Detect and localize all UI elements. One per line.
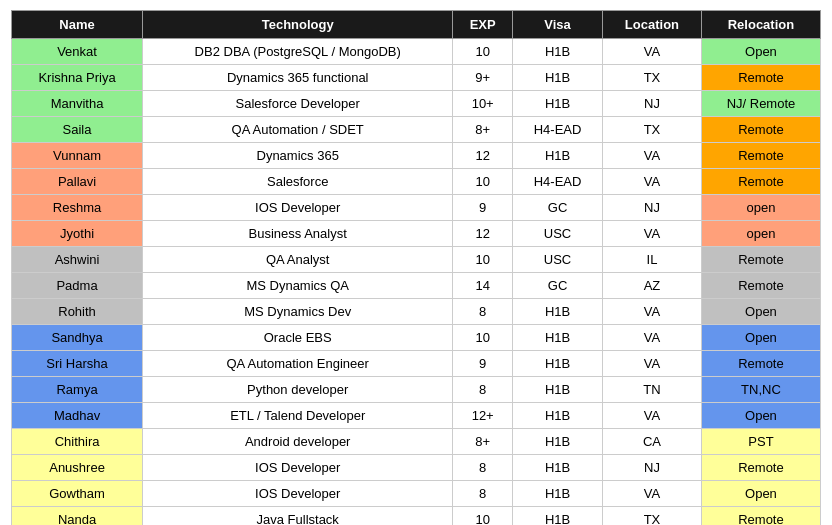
cell-exp: 12	[453, 221, 513, 247]
table-row: ManvithaSalesforce Developer10+H1BNJNJ/ …	[12, 91, 821, 117]
table-row: Krishna PriyaDynamics 365 functional9+H1…	[12, 65, 821, 91]
cell-relocation: Remote	[701, 65, 820, 91]
column-header-technology: Technology	[143, 11, 453, 39]
cell-visa: USC	[513, 221, 603, 247]
table-row: MadhavETL / Talend Developer12+H1BVAOpen	[12, 403, 821, 429]
cell-location: CA	[602, 429, 701, 455]
cell-relocation: Remote	[701, 455, 820, 481]
cell-location: VA	[602, 299, 701, 325]
cell-location: TX	[602, 507, 701, 526]
candidates-table: NameTechnologyEXPVisaLocationRelocation …	[11, 10, 821, 525]
cell-visa: USC	[513, 247, 603, 273]
cell-location: TX	[602, 65, 701, 91]
cell-name: Venkat	[12, 39, 143, 65]
cell-location: VA	[602, 481, 701, 507]
cell-exp: 8	[453, 481, 513, 507]
cell-exp: 8	[453, 377, 513, 403]
cell-exp: 8+	[453, 117, 513, 143]
cell-relocation: PST	[701, 429, 820, 455]
table-row: VenkatDB2 DBA (PostgreSQL / MongoDB)10H1…	[12, 39, 821, 65]
cell-name: Sandhya	[12, 325, 143, 351]
cell-name: Padma	[12, 273, 143, 299]
cell-location: NJ	[602, 91, 701, 117]
cell-location: VA	[602, 39, 701, 65]
cell-name: Sri Harsha	[12, 351, 143, 377]
table-row: RamyaPython developer8H1BTNTN,NC	[12, 377, 821, 403]
cell-visa: H1B	[513, 91, 603, 117]
cell-location: IL	[602, 247, 701, 273]
cell-exp: 10	[453, 507, 513, 526]
cell-technology: Java Fullstack	[143, 507, 453, 526]
cell-relocation: Open	[701, 403, 820, 429]
cell-technology: QA Automation / SDET	[143, 117, 453, 143]
cell-relocation: open	[701, 221, 820, 247]
cell-name: Chithira	[12, 429, 143, 455]
cell-relocation: NJ/ Remote	[701, 91, 820, 117]
cell-exp: 9	[453, 351, 513, 377]
cell-exp: 10	[453, 39, 513, 65]
cell-name: Ramya	[12, 377, 143, 403]
cell-visa: H4-EAD	[513, 117, 603, 143]
cell-relocation: Open	[701, 325, 820, 351]
cell-location: NJ	[602, 455, 701, 481]
cell-relocation: Remote	[701, 507, 820, 526]
cell-location: AZ	[602, 273, 701, 299]
cell-exp: 9+	[453, 65, 513, 91]
cell-exp: 8	[453, 455, 513, 481]
cell-visa: H1B	[513, 481, 603, 507]
cell-name: Manvitha	[12, 91, 143, 117]
table-row: SandhyaOracle EBS10H1BVAOpen	[12, 325, 821, 351]
cell-location: TN	[602, 377, 701, 403]
column-header-location: Location	[602, 11, 701, 39]
table-row: GowthamIOS Developer8H1BVAOpen	[12, 481, 821, 507]
table-row: Sri HarshaQA Automation Engineer9H1BVARe…	[12, 351, 821, 377]
cell-technology: Dynamics 365 functional	[143, 65, 453, 91]
cell-technology: Android developer	[143, 429, 453, 455]
cell-technology: Dynamics 365	[143, 143, 453, 169]
table-row: VunnamDynamics 36512H1BVARemote	[12, 143, 821, 169]
cell-technology: QA Analyst	[143, 247, 453, 273]
column-header-visa: Visa	[513, 11, 603, 39]
cell-relocation: Remote	[701, 273, 820, 299]
cell-name: Madhav	[12, 403, 143, 429]
column-header-exp: EXP	[453, 11, 513, 39]
cell-technology: MS Dynamics QA	[143, 273, 453, 299]
cell-technology: IOS Developer	[143, 481, 453, 507]
cell-technology: DB2 DBA (PostgreSQL / MongoDB)	[143, 39, 453, 65]
cell-name: Reshma	[12, 195, 143, 221]
cell-name: Jyothi	[12, 221, 143, 247]
cell-exp: 10	[453, 247, 513, 273]
cell-visa: GC	[513, 195, 603, 221]
cell-exp: 9	[453, 195, 513, 221]
cell-exp: 10	[453, 169, 513, 195]
cell-relocation: Remote	[701, 117, 820, 143]
cell-visa: H1B	[513, 299, 603, 325]
table-row: AshwiniQA Analyst10USCILRemote	[12, 247, 821, 273]
table-row: NandaJava Fullstack10H1BTXRemote	[12, 507, 821, 526]
cell-name: Rohith	[12, 299, 143, 325]
cell-name: Anushree	[12, 455, 143, 481]
cell-name: Vunnam	[12, 143, 143, 169]
cell-visa: H4-EAD	[513, 169, 603, 195]
cell-location: VA	[602, 325, 701, 351]
cell-location: NJ	[602, 195, 701, 221]
cell-technology: IOS Developer	[143, 455, 453, 481]
cell-technology: Oracle EBS	[143, 325, 453, 351]
cell-relocation: TN,NC	[701, 377, 820, 403]
cell-visa: H1B	[513, 65, 603, 91]
cell-exp: 12+	[453, 403, 513, 429]
table-row: PadmaMS Dynamics QA14GCAZRemote	[12, 273, 821, 299]
cell-exp: 14	[453, 273, 513, 299]
table-row: AnushreeIOS Developer8H1BNJRemote	[12, 455, 821, 481]
cell-location: VA	[602, 143, 701, 169]
cell-location: VA	[602, 351, 701, 377]
cell-visa: GC	[513, 273, 603, 299]
cell-name: Nanda	[12, 507, 143, 526]
cell-relocation: Remote	[701, 351, 820, 377]
cell-visa: H1B	[513, 325, 603, 351]
column-header-relocation: Relocation	[701, 11, 820, 39]
cell-location: VA	[602, 169, 701, 195]
column-header-name: Name	[12, 11, 143, 39]
cell-exp: 12	[453, 143, 513, 169]
cell-exp: 8	[453, 299, 513, 325]
